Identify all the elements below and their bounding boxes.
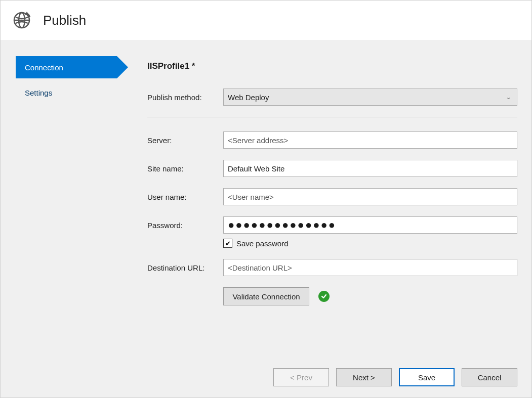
main-row: Connection Settings IISProfile1 * Publis… <box>1 40 531 363</box>
label-password: Password: <box>147 221 223 230</box>
chevron-down-icon: ⌄ <box>504 94 513 101</box>
check-icon: ✔ <box>225 240 231 247</box>
sidebar-item-label: Settings <box>25 89 52 97</box>
label-publish-method: Publish method: <box>147 93 223 102</box>
label-save-password: Save password <box>236 239 289 248</box>
publish-dialog: Publish Connection Settings IISProfile1 … <box>0 0 532 398</box>
next-button[interactable]: Next > <box>336 368 392 386</box>
publish-method-select[interactable]: Web Deploy ⌄ <box>223 89 517 106</box>
globe-publish-icon <box>12 10 32 30</box>
row-password: Password: ●●●●●●●●●●●●●● <box>147 216 517 234</box>
validation-success-icon <box>318 291 330 302</box>
publish-method-value: Web Deploy <box>228 93 504 102</box>
label-site-name: Site name: <box>147 164 223 173</box>
content-panel: IISProfile1 * Publish method: Web Deploy… <box>127 56 517 363</box>
dialog-body: Connection Settings IISProfile1 * Publis… <box>1 40 531 397</box>
label-server: Server: <box>147 136 223 145</box>
save-password-checkbox[interactable]: ✔ <box>223 239 232 248</box>
sidebar-item-settings[interactable]: Settings <box>1 81 127 104</box>
row-server: Server: <box>147 131 517 149</box>
validate-connection-button[interactable]: Validate Connection <box>223 287 309 305</box>
label-destination-url: Destination URL: <box>147 263 223 272</box>
profile-title: IISProfile1 * <box>147 61 517 71</box>
row-validate: Validate Connection <box>223 287 517 305</box>
titlebar: Publish <box>1 1 531 40</box>
label-user-name: User name: <box>147 193 223 201</box>
row-site-name: Site name: <box>147 160 517 177</box>
password-masked: ●●●●●●●●●●●●●● <box>228 216 336 234</box>
prev-button: < Prev <box>273 368 329 386</box>
save-button[interactable]: Save <box>399 368 455 386</box>
server-input[interactable] <box>223 131 517 149</box>
destination-url-input[interactable] <box>223 259 517 276</box>
row-destination-url: Destination URL: <box>147 259 517 276</box>
site-name-input[interactable] <box>223 160 517 177</box>
window-title: Publish <box>43 13 86 28</box>
sidebar: Connection Settings <box>1 56 127 363</box>
divider <box>147 117 517 117</box>
password-input[interactable]: ●●●●●●●●●●●●●● <box>223 216 517 234</box>
cancel-button[interactable]: Cancel <box>462 368 517 386</box>
sidebar-item-label: Connection <box>25 63 63 72</box>
row-user-name: User name: <box>147 188 517 205</box>
user-name-input[interactable] <box>223 188 517 205</box>
footer: < Prev Next > Save Cancel <box>1 363 531 397</box>
sidebar-item-connection[interactable]: Connection <box>16 56 117 78</box>
row-publish-method: Publish method: Web Deploy ⌄ <box>147 89 517 106</box>
row-save-password: ✔ Save password <box>223 239 517 248</box>
